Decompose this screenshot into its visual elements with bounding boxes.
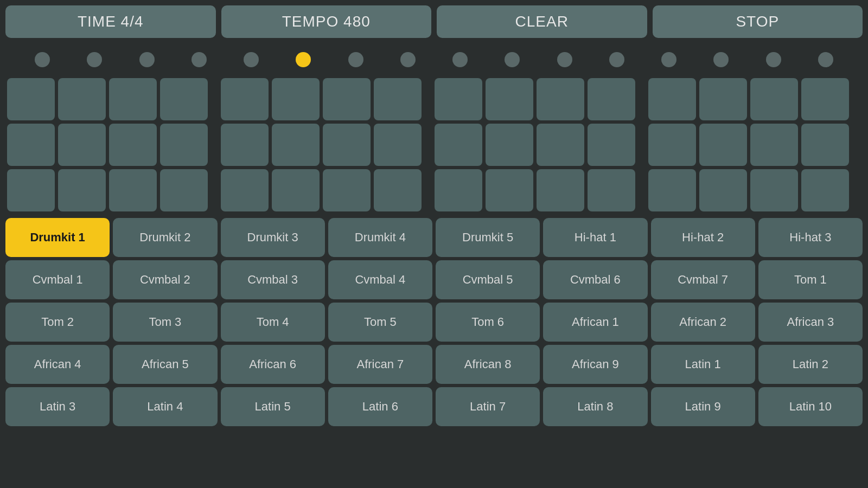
kit-btn-hihat3[interactable]: Hi-hat 3 bbox=[758, 218, 863, 257]
kit-btn-drumkit5[interactable]: Drumkit 5 bbox=[436, 218, 540, 257]
pad-row3-col1[interactable] bbox=[7, 169, 55, 211]
kit-btn-drumkit3[interactable]: Drumkit 3 bbox=[221, 218, 325, 257]
pad-row3-col12[interactable] bbox=[588, 169, 635, 211]
pad-row1-col9[interactable] bbox=[435, 78, 482, 120]
kit-btn-african2[interactable]: African 2 bbox=[651, 303, 755, 342]
pad-row2-col1[interactable] bbox=[7, 124, 55, 166]
pad-row2-col11[interactable] bbox=[537, 124, 584, 166]
kit-btn-african7[interactable]: African 7 bbox=[328, 345, 432, 384]
beat-dot-4[interactable] bbox=[192, 52, 207, 67]
kit-btn-cymbal3[interactable]: Cvmbal 3 bbox=[221, 260, 325, 299]
kit-btn-african6[interactable]: African 6 bbox=[221, 345, 325, 384]
pad-row1-col7[interactable] bbox=[323, 78, 371, 120]
pad-row1-col15[interactable] bbox=[750, 78, 798, 120]
kit-btn-tom1[interactable]: Tom 1 bbox=[758, 260, 863, 299]
pad-row3-col6[interactable] bbox=[272, 169, 320, 211]
pad-row2-col14[interactable] bbox=[699, 124, 747, 166]
pad-row3-col9[interactable] bbox=[435, 169, 482, 211]
beat-dot-1[interactable] bbox=[35, 52, 50, 67]
pad-row3-col13[interactable] bbox=[648, 169, 696, 211]
pad-row2-col2[interactable] bbox=[58, 124, 106, 166]
kit-btn-latin1[interactable]: Latin 1 bbox=[651, 345, 755, 384]
pad-row2-col10[interactable] bbox=[486, 124, 533, 166]
beat-dot-2[interactable] bbox=[87, 52, 102, 67]
pad-row1-col5[interactable] bbox=[221, 78, 269, 120]
pad-row3-col5[interactable] bbox=[221, 169, 269, 211]
kit-btn-latin5[interactable]: Latin 5 bbox=[221, 387, 325, 426]
pad-row2-col8[interactable] bbox=[374, 124, 422, 166]
beat-dot-9[interactable] bbox=[452, 52, 468, 67]
top-btn-clear[interactable]: CLEAR bbox=[437, 5, 647, 38]
kit-btn-drumkit4[interactable]: Drumkit 4 bbox=[328, 218, 432, 257]
beat-dot-10[interactable] bbox=[505, 52, 520, 67]
pad-row1-col10[interactable] bbox=[486, 78, 533, 120]
pad-row1-col14[interactable] bbox=[699, 78, 747, 120]
pad-row1-col16[interactable] bbox=[801, 78, 849, 120]
pad-row2-col3[interactable] bbox=[109, 124, 157, 166]
kit-btn-african9[interactable]: African 9 bbox=[543, 345, 647, 384]
beat-dot-16[interactable] bbox=[818, 52, 833, 67]
beat-dot-12[interactable] bbox=[609, 52, 624, 67]
beat-dot-14[interactable] bbox=[713, 52, 729, 67]
kit-btn-african5[interactable]: African 5 bbox=[113, 345, 217, 384]
kit-btn-latin3[interactable]: Latin 3 bbox=[5, 387, 110, 426]
top-btn-time[interactable]: TIME 4/4 bbox=[5, 5, 216, 38]
pad-row3-col16[interactable] bbox=[801, 169, 849, 211]
beat-dot-5[interactable] bbox=[244, 52, 259, 67]
pad-row3-col10[interactable] bbox=[486, 169, 533, 211]
pad-row3-col15[interactable] bbox=[750, 169, 798, 211]
kit-btn-hihat2[interactable]: Hi-hat 2 bbox=[651, 218, 755, 257]
kit-btn-african3[interactable]: African 3 bbox=[758, 303, 863, 342]
pad-row2-col5[interactable] bbox=[221, 124, 269, 166]
pad-row2-col16[interactable] bbox=[801, 124, 849, 166]
pad-row3-col11[interactable] bbox=[537, 169, 584, 211]
pad-row1-col4[interactable] bbox=[160, 78, 208, 120]
kit-btn-tom5[interactable]: Tom 5 bbox=[328, 303, 432, 342]
pad-row3-col14[interactable] bbox=[699, 169, 747, 211]
top-btn-stop[interactable]: STOP bbox=[653, 5, 863, 38]
kit-btn-african4[interactable]: African 4 bbox=[5, 345, 110, 384]
kit-btn-latin6[interactable]: Latin 6 bbox=[328, 387, 432, 426]
kit-btn-drumkit1[interactable]: Drumkit 1 bbox=[5, 218, 110, 257]
pad-row2-col7[interactable] bbox=[323, 124, 371, 166]
kit-btn-tom4[interactable]: Tom 4 bbox=[221, 303, 325, 342]
pad-row2-col12[interactable] bbox=[588, 124, 635, 166]
pad-row1-col8[interactable] bbox=[374, 78, 422, 120]
kit-btn-cymbal1[interactable]: Cvmbal 1 bbox=[5, 260, 110, 299]
kit-btn-latin8[interactable]: Latin 8 bbox=[543, 387, 647, 426]
pad-row2-col4[interactable] bbox=[160, 124, 208, 166]
kit-btn-cymbal7[interactable]: Cvmbal 7 bbox=[651, 260, 755, 299]
beat-dot-11[interactable] bbox=[557, 52, 572, 67]
pad-row1-col12[interactable] bbox=[588, 78, 635, 120]
pad-row2-col9[interactable] bbox=[435, 124, 482, 166]
beat-dot-3[interactable] bbox=[139, 52, 155, 67]
beat-dot-7[interactable] bbox=[348, 52, 363, 67]
kit-btn-drumkit2[interactable]: Drumkit 2 bbox=[113, 218, 217, 257]
kit-btn-latin7[interactable]: Latin 7 bbox=[436, 387, 540, 426]
kit-btn-tom6[interactable]: Tom 6 bbox=[436, 303, 540, 342]
pad-row3-col7[interactable] bbox=[323, 169, 371, 211]
kit-btn-cymbal4[interactable]: Cvmbal 4 bbox=[328, 260, 432, 299]
beat-dot-8[interactable] bbox=[400, 52, 416, 67]
kit-btn-latin2[interactable]: Latin 2 bbox=[758, 345, 863, 384]
kit-btn-african8[interactable]: African 8 bbox=[436, 345, 540, 384]
pad-row2-col15[interactable] bbox=[750, 124, 798, 166]
kit-btn-latin10[interactable]: Latin 10 bbox=[758, 387, 863, 426]
kit-btn-cymbal6[interactable]: Cvmbal 6 bbox=[543, 260, 647, 299]
kit-btn-tom3[interactable]: Tom 3 bbox=[113, 303, 217, 342]
pad-row2-col13[interactable] bbox=[648, 124, 696, 166]
pad-row3-col2[interactable] bbox=[58, 169, 106, 211]
beat-dot-6[interactable] bbox=[296, 52, 311, 67]
beat-dot-15[interactable] bbox=[766, 52, 781, 67]
pad-row3-col4[interactable] bbox=[160, 169, 208, 211]
pad-row1-col11[interactable] bbox=[537, 78, 584, 120]
kit-btn-latin4[interactable]: Latin 4 bbox=[113, 387, 217, 426]
pad-row3-col3[interactable] bbox=[109, 169, 157, 211]
pad-row3-col8[interactable] bbox=[374, 169, 422, 211]
pad-row1-col1[interactable] bbox=[7, 78, 55, 120]
pad-row1-col6[interactable] bbox=[272, 78, 320, 120]
kit-btn-cymbal5[interactable]: Cvmbal 5 bbox=[436, 260, 540, 299]
pad-row1-col13[interactable] bbox=[648, 78, 696, 120]
kit-btn-african1[interactable]: African 1 bbox=[543, 303, 647, 342]
top-btn-tempo[interactable]: TEMPO 480 bbox=[221, 5, 432, 38]
